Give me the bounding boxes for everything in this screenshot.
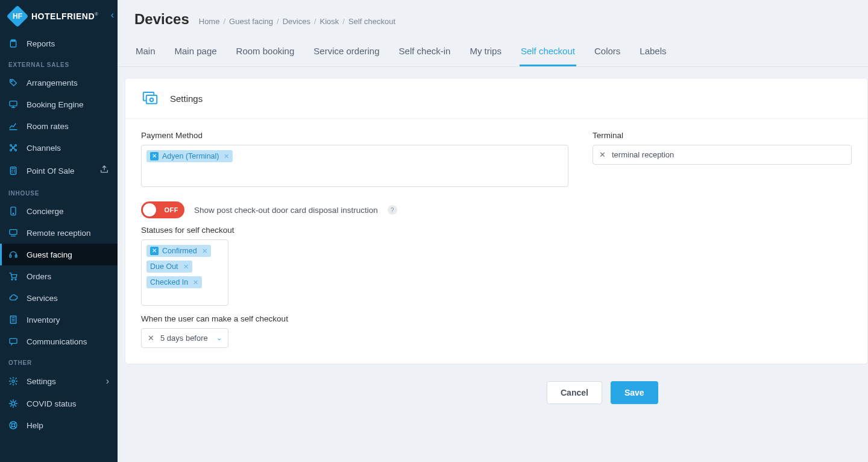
sidebar-item-label: Guest facing [27,250,72,259]
svg-point-11 [13,213,13,214]
sidebar-item-settings[interactable]: Settings› [0,370,118,393]
sidebar-item-reports[interactable]: Reports [0,33,118,54]
tag-remove-icon[interactable]: ✕ [224,153,229,160]
share-icon[interactable] [99,165,109,177]
tag-icon [8,78,18,87]
when-label: When the user can make a self checkout [141,314,852,323]
breadcrumb-link[interactable]: Devices [283,17,310,26]
sidebar-item-room-rates[interactable]: Room rates [0,115,118,137]
collapse-sidebar-icon[interactable]: ‹ [111,10,114,21]
svg-point-16 [15,279,16,280]
tag[interactable]: Due Out✕ [146,261,192,273]
tag-square-icon: ✕ [150,152,159,160]
page-title: Devices [134,11,189,28]
sidebar-item-point-of-sale[interactable]: Point Of Sale [0,159,118,183]
tag[interactable]: ✕Adyen (Terminal)✕ [146,150,233,162]
sidebar-item-label: Help [27,421,43,430]
breadcrumb-link[interactable]: Home [199,17,220,26]
sidebar-item-label: Services [27,294,58,303]
sidebar-item-label: Reports [27,39,55,48]
sidebar-item-remote-reception[interactable]: Remote reception [0,222,118,244]
breadcrumb-link[interactable]: Self checkout [348,17,395,26]
tab-service-ordering[interactable]: Service ordering [312,39,380,66]
building-icon [8,315,18,324]
when-select[interactable]: ✕ 5 days before ⌄ [141,328,228,348]
tab-colors[interactable]: Colors [593,39,621,66]
page-header: Devices Home/Guest facing/Devices/Kiosk/… [118,0,868,34]
clear-icon[interactable]: ✕ [148,334,154,343]
tag-remove-icon[interactable]: ✕ [183,263,189,271]
sidebar-scroll[interactable]: Reports EXTERNAL SALESArrangementsBookin… [0,33,118,462]
sidebar-item-orders[interactable]: Orders [0,265,118,287]
sidebar-item-services[interactable]: Services [0,287,118,309]
breadcrumb-link[interactable]: Guest facing [229,17,273,26]
nodes-icon [8,143,18,153]
sidebar-item-label: Point Of Sale [27,166,75,176]
sidebar-section-title: OTHER [0,352,118,370]
sidebar-item-inventory[interactable]: Inventory [0,309,118,331]
clear-icon[interactable]: ✕ [599,150,606,159]
tabs: MainMain pageRoom bookingService orderin… [118,34,868,67]
sidebar-item-guest-facing[interactable]: Guest facing [0,244,118,265]
tag-label: Adyen (Terminal) [162,152,219,160]
monitor-icon [8,100,18,109]
cart-icon [8,271,18,281]
headset-icon [8,250,18,259]
breadcrumb-link[interactable]: Kiosk [320,17,339,26]
sidebar-item-channels[interactable]: Channels [0,137,118,159]
tab-my-trips[interactable]: My trips [468,39,503,66]
brand[interactable]: HF HOTELFRIEND® ‹ [0,0,118,33]
calc-icon [8,166,18,176]
sidebar-item-covid-status[interactable]: COVID status [0,393,118,414]
tag-remove-icon[interactable]: ✕ [202,247,207,255]
svg-rect-18 [10,338,17,343]
sidebar-item-label: Room rates [27,122,69,131]
sidebar-item-help[interactable]: Help [0,414,118,436]
chart-icon [8,121,18,131]
cloud-icon [8,293,18,303]
svg-rect-12 [10,230,17,235]
tab-room-booking[interactable]: Room booking [235,39,296,66]
sidebar-section-title: INHOUSE [0,183,118,200]
brand-logo: HF [7,5,29,28]
settings-icon [141,89,159,107]
brand-name: HOTELFRIEND® [31,11,98,21]
sidebar-item-concierge[interactable]: Concierge [0,200,118,222]
terminal-select[interactable]: ✕ terminal reception [593,145,852,165]
main: Devices Home/Guest facing/Devices/Kiosk/… [118,0,868,462]
gear-icon [8,376,18,386]
tag-square-icon: ✕ [150,247,159,255]
statuses-input[interactable]: ✕Confirmed✕Due Out✕Checked In✕ [141,239,228,306]
svg-rect-9 [10,167,16,174]
sidebar-item-arrangements[interactable]: Arrangements [0,72,118,93]
svg-rect-13 [10,255,11,258]
sidebar-item-label: Channels [27,144,61,153]
sidebar-item-communications[interactable]: Communications [0,331,118,352]
svg-point-2 [11,80,12,81]
screen-icon [8,228,18,238]
terminal-value: terminal reception [612,150,674,159]
terminal-label: Terminal [593,131,852,140]
tab-main-page[interactable]: Main page [174,39,218,66]
sidebar-item-label: Orders [27,272,51,281]
phone-icon [8,206,18,216]
cancel-button[interactable]: Cancel [547,381,602,404]
disposal-instruction-toggle[interactable]: OFF [141,201,184,218]
sidebar-item-label: Communications [27,337,87,346]
tag-remove-icon[interactable]: ✕ [193,279,198,286]
sidebar-item-booking-engine[interactable]: Booking Engine [0,93,118,115]
tab-main[interactable]: Main [134,39,157,66]
sidebar-section-title: EXTERNAL SALES [0,54,118,72]
when-value: 5 days before [160,334,208,343]
save-button[interactable]: Save [611,381,658,404]
tag-label: Due Out [150,262,178,271]
tab-labels[interactable]: Labels [638,39,667,66]
tab-self-check-in[interactable]: Self check-in [398,39,452,66]
breadcrumb: Home/Guest facing/Devices/Kiosk/Self che… [199,17,395,26]
payment-method-input[interactable]: ✕Adyen (Terminal)✕ [141,145,568,187]
tab-self-checkout[interactable]: Self checkout [520,39,576,66]
tag[interactable]: Checked In✕ [146,276,202,288]
help-icon[interactable]: ? [388,205,397,215]
virus-icon [8,399,18,408]
tag[interactable]: ✕Confirmed✕ [146,245,211,257]
